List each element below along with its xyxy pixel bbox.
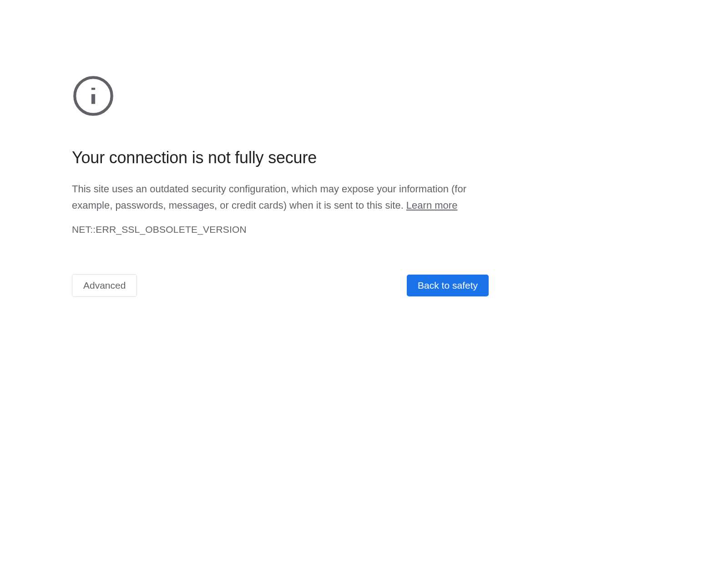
error-code: NET::ERR_SSL_OBSOLETE_VERSION bbox=[72, 224, 489, 235]
learn-more-link[interactable]: Learn more bbox=[406, 200, 458, 211]
security-warning-container: Your connection is not fully secure This… bbox=[72, 0, 489, 297]
button-row: Advanced Back to safety bbox=[72, 274, 489, 297]
advanced-button[interactable]: Advanced bbox=[72, 274, 137, 297]
warning-title: Your connection is not fully secure bbox=[72, 148, 489, 167]
back-to-safety-button[interactable]: Back to safety bbox=[407, 275, 489, 296]
info-icon bbox=[72, 75, 489, 117]
warning-description: This site uses an outdated security conf… bbox=[72, 181, 489, 214]
